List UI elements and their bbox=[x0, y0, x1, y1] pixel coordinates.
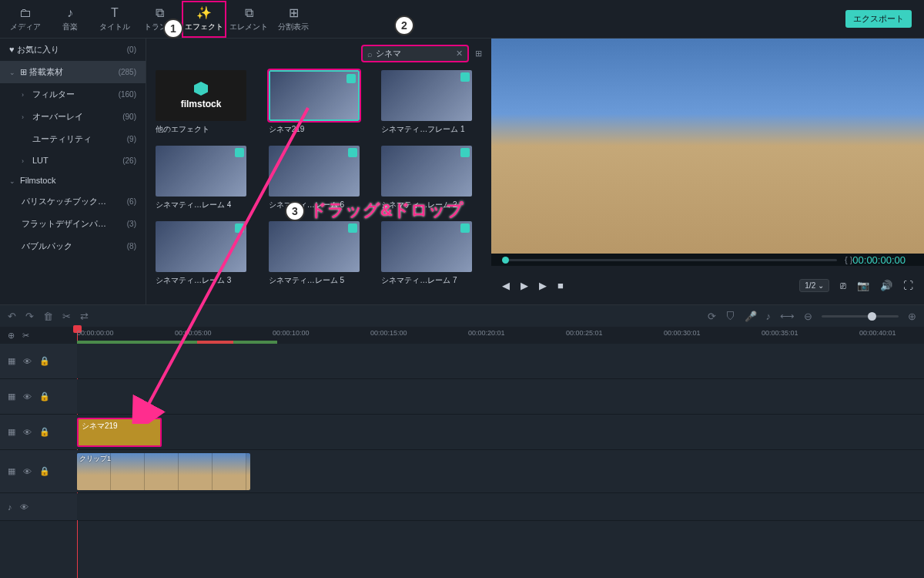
effects-icon: ✨ bbox=[196, 5, 212, 20]
track-head: ▦👁🔒 bbox=[0, 344, 77, 378]
zoom-out-icon[interactable]: ⊖ bbox=[804, 311, 812, 322]
ruler-mark: 00:00:40:01 bbox=[859, 329, 896, 337]
annotation-step-2: 2 bbox=[394, 15, 414, 35]
track-head: ♪👁 bbox=[0, 493, 77, 520]
lock-icon[interactable]: 🔒 bbox=[39, 356, 50, 366]
redo-icon[interactable]: ↷ bbox=[25, 311, 34, 322]
sidebar-label: お気に入り bbox=[17, 45, 59, 54]
ruler-mark: 00:00:00:00 bbox=[77, 329, 114, 337]
shield-icon[interactable]: ⛉ bbox=[725, 311, 735, 322]
track-body[interactable] bbox=[77, 493, 924, 520]
lock-icon[interactable]: 🔒 bbox=[39, 427, 50, 437]
ruler-mark: 00:00:30:01 bbox=[664, 329, 701, 337]
sidebar-label: フラットデザインパ… bbox=[22, 218, 106, 230]
play-button[interactable]: ▶ bbox=[521, 280, 528, 291]
add-track-icon[interactable]: ⊕ bbox=[8, 331, 15, 341]
visibility-icon[interactable]: 👁 bbox=[23, 467, 32, 476]
track-4: ▦👁🔒 クリップ1 bbox=[0, 450, 924, 493]
fit-icon[interactable]: ⟷ bbox=[780, 311, 795, 322]
lock-icon[interactable]: 🔒 bbox=[39, 391, 50, 402]
stop-button[interactable]: ■ bbox=[557, 280, 564, 291]
chevron-right-icon: › bbox=[22, 157, 29, 165]
export-frame-icon[interactable]: ⎚ bbox=[840, 280, 846, 291]
visibility-icon[interactable]: 👁 bbox=[23, 357, 32, 366]
top-toolbar: 🗀メディア ♪音楽 Tタイトル ⧉トラン… ✨エフェクト ⧉エレメント ⊞分割表… bbox=[0, 0, 924, 39]
clip-label: クリップ1 bbox=[79, 454, 111, 464]
adjust-icon[interactable]: ⇄ bbox=[80, 311, 89, 322]
chevron-down-icon: ⌄ bbox=[9, 177, 17, 185]
track-head-spacer: ⊕ ✂ bbox=[0, 327, 77, 344]
track-head: ▦👁🔒 bbox=[0, 415, 77, 449]
track-head: ▦👁🔒 bbox=[0, 450, 77, 492]
playback-bar[interactable]: { } 00:00:00:00 bbox=[491, 254, 924, 266]
tab-title[interactable]: Tタイトル bbox=[92, 1, 137, 38]
download-badge-icon bbox=[460, 148, 470, 157]
sidebar-label: パリスケッチブック… bbox=[22, 196, 106, 207]
annotation-arrow bbox=[116, 100, 331, 424]
tab-split[interactable]: ⊞分割表示 bbox=[271, 1, 316, 38]
tab-label: 音楽 bbox=[62, 22, 78, 32]
zoom-select[interactable]: 1/2 ⌄ bbox=[799, 279, 829, 292]
visibility-icon[interactable]: 👁 bbox=[23, 428, 32, 437]
ruler-mark: 00:00:20:01 bbox=[468, 329, 505, 337]
preview-video[interactable] bbox=[491, 39, 924, 254]
video-clip[interactable]: クリップ1 bbox=[77, 453, 250, 490]
delete-icon[interactable]: 🗑 bbox=[43, 311, 53, 322]
download-badge-icon bbox=[460, 223, 470, 233]
sidebar-item-builtin[interactable]: ⌄⊞ 搭載素材(285) bbox=[0, 61, 146, 83]
sidebar-label: Filmstock bbox=[20, 176, 55, 185]
music-icon[interactable]: ♪ bbox=[766, 311, 772, 322]
next-button[interactable]: ▶ bbox=[539, 280, 547, 291]
sidebar-label: LUT bbox=[32, 156, 49, 165]
track-head: ▦👁🔒 bbox=[0, 379, 77, 414]
thumbnail-image bbox=[381, 221, 472, 272]
lock-icon[interactable]: 🔒 bbox=[39, 466, 50, 476]
clip-label: シネマ219 bbox=[82, 421, 118, 432]
zoom-slider[interactable] bbox=[822, 315, 899, 318]
video-track-icon: ▦ bbox=[8, 466, 15, 476]
svg-line-0 bbox=[146, 108, 308, 408]
export-button[interactable]: エクスポート bbox=[845, 10, 912, 28]
zoom-in-icon[interactable]: ⊕ bbox=[908, 311, 916, 322]
tab-element[interactable]: ⧉エレメント bbox=[226, 1, 271, 38]
element-icon: ⧉ bbox=[245, 6, 253, 20]
cut-icon[interactable]: ✂ bbox=[62, 311, 71, 322]
clear-icon[interactable]: ✕ bbox=[456, 49, 463, 59]
fullscreen-icon[interactable]: ⛶ bbox=[903, 280, 913, 291]
transition-icon: ⧉ bbox=[156, 6, 164, 20]
thumbnail-image bbox=[381, 70, 472, 121]
thumbnail-image bbox=[381, 146, 472, 197]
visibility-icon[interactable]: 👁 bbox=[20, 502, 28, 512]
preview-controls: ◀ ▶ ▶ ■ 1/2 ⌄ ⎚ 📷 🔊 ⛶ bbox=[491, 266, 924, 304]
tab-label: タイトル bbox=[99, 22, 130, 32]
library-thumbnail[interactable]: シネマティ…フレーム 1 bbox=[381, 70, 472, 135]
cut-track-icon[interactable]: ✂ bbox=[22, 331, 29, 341]
tab-music[interactable]: ♪音楽 bbox=[48, 1, 92, 38]
sidebar-item-favorites[interactable]: ♥ お気に入り(0) bbox=[0, 39, 146, 61]
tab-label: 分割表示 bbox=[278, 22, 309, 32]
prev-frame-button[interactable]: ◀ bbox=[502, 280, 510, 291]
playback-thumb[interactable] bbox=[502, 257, 509, 264]
track-body[interactable]: クリップ1 bbox=[77, 450, 924, 492]
download-badge-icon bbox=[460, 72, 470, 82]
volume-icon[interactable]: 🔊 bbox=[880, 280, 892, 291]
split-icon: ⊞ bbox=[289, 5, 299, 20]
tab-label: エフェクト bbox=[185, 22, 223, 32]
music-icon: ♪ bbox=[67, 6, 73, 20]
grid-view-icon[interactable]: ⊞ bbox=[475, 49, 482, 59]
count: (0) bbox=[127, 45, 136, 54]
mic-icon[interactable]: 🎤 bbox=[745, 311, 757, 322]
camera-icon[interactable]: 📷 bbox=[857, 280, 869, 291]
zoom-thumb[interactable] bbox=[868, 312, 876, 321]
tab-effects[interactable]: ✨エフェクト bbox=[182, 1, 226, 38]
tab-media[interactable]: 🗀メディア bbox=[3, 1, 48, 38]
annotation-step-1: 1 bbox=[163, 18, 183, 39]
search-input[interactable] bbox=[376, 49, 456, 59]
library-thumbnail[interactable]: シネマティ…レーム 7 bbox=[381, 221, 472, 286]
visibility-icon[interactable]: 👁 bbox=[23, 392, 32, 402]
chevron-right-icon: › bbox=[22, 91, 29, 99]
search-box[interactable]: ⌕ ✕ bbox=[361, 45, 469, 62]
render-icon[interactable]: ⟳ bbox=[708, 311, 716, 322]
undo-icon[interactable]: ↶ bbox=[8, 311, 16, 322]
playback-track[interactable] bbox=[502, 259, 837, 261]
